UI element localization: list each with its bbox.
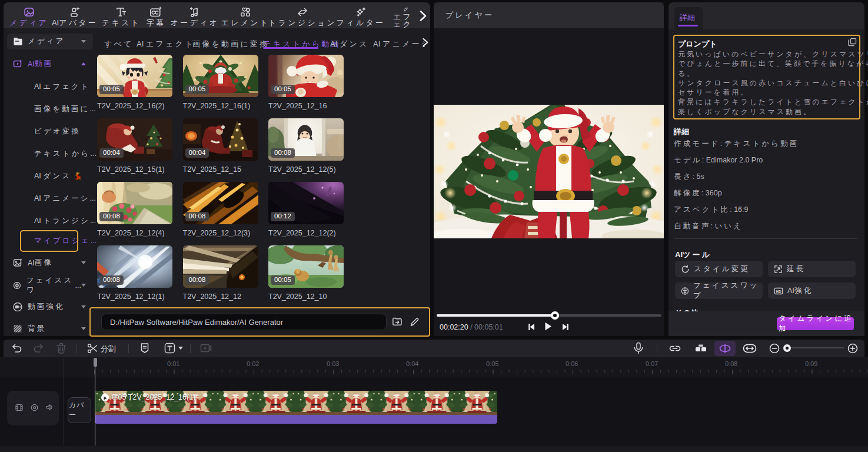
svg-text:HD: HD	[776, 289, 781, 293]
